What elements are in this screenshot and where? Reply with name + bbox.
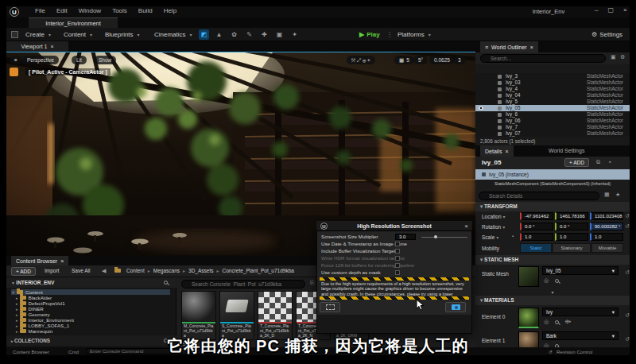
save-filter-icon[interactable]: ⎘	[310, 280, 315, 286]
fracture-mode-icon[interactable]: ✚	[259, 29, 270, 40]
pilot-camera-icon[interactable]	[10, 68, 18, 76]
menu-tools[interactable]: Tools	[112, 7, 127, 14]
browse-to-asset-icon[interactable]: ◎	[544, 319, 549, 325]
back-icon[interactable]: ◀	[102, 268, 106, 274]
close-icon[interactable]: ×	[464, 223, 468, 230]
sources-header[interactable]: ▼ INTERIOR_ENV	[6, 277, 176, 288]
outliner-row[interactable]: Ivy_3StaticMeshActor	[475, 73, 630, 79]
scale-snap-toggle[interactable]: 0.0625	[429, 56, 455, 64]
brush-edit-mode-icon[interactable]: ▣	[274, 29, 285, 40]
materials-section[interactable]: MATERIALS	[475, 296, 630, 305]
static-mesh-combo[interactable]: Ivy_05▾	[542, 266, 619, 275]
folder-row[interactable]: ▸Interior_Environment	[16, 317, 74, 323]
rotation-label[interactable]: Rotation	[482, 224, 505, 230]
add-component-button[interactable]: + ADD	[564, 158, 589, 167]
component-row[interactable]: StaticMeshComponent (StaticMeshComponent…	[494, 181, 611, 186]
find-in-browser-icon[interactable]	[555, 279, 559, 283]
foliage-mode-icon[interactable]: ✿	[229, 29, 239, 40]
cb-add-button[interactable]: + ADD	[11, 267, 36, 276]
details-search-input[interactable]	[479, 192, 599, 200]
content-button[interactable]: Content	[64, 31, 92, 38]
crumb-megascans[interactable]: Megascans	[153, 268, 180, 273]
reset-mesh-icon[interactable]: ↺	[625, 269, 630, 276]
cinematics-button[interactable]: Cinematics	[154, 31, 192, 38]
scroll-chevron-icon[interactable]: ▾	[475, 289, 630, 295]
mobility-stationary[interactable]: Stationary	[553, 243, 591, 253]
mesh-paint-mode-icon[interactable]: ✎	[244, 29, 254, 40]
location-x-field[interactable]: -47.961462	[520, 212, 553, 220]
folder-row[interactable]: ▸DefectPropsVol1	[16, 300, 65, 306]
new-folder-icon[interactable]: ▣	[611, 54, 616, 60]
outliner-row[interactable]: Ivy_04StaticMeshActor	[475, 92, 630, 99]
reset-element0-icon[interactable]: ↺	[625, 312, 630, 319]
mobility-movable[interactable]: Movable	[591, 243, 623, 253]
outliner-row[interactable]: Ivy_4StaticMeshActor	[475, 86, 630, 92]
crumb-3dassets[interactable]: 3D_Assets	[188, 268, 213, 273]
element0-thumbnail[interactable]	[518, 308, 539, 328]
outliner-settings-icon[interactable]: ⚙	[620, 54, 625, 60]
eye-icon[interactable]	[479, 106, 483, 110]
location-y-field[interactable]: 1461.78166	[555, 212, 588, 220]
outliner-row[interactable]: Ivy_06StaticMeshActor	[475, 118, 630, 124]
static-mesh-thumbnail[interactable]	[518, 266, 539, 287]
world-settings-tab[interactable]: World Settings	[549, 148, 584, 153]
outliner-row[interactable]: Ivy_5StaticMeshActor	[475, 99, 630, 105]
find-in-browser-icon[interactable]	[555, 320, 559, 324]
outliner-row[interactable]: Ivy_03StaticMeshActor	[475, 79, 630, 86]
menu-window[interactable]: Window	[79, 7, 101, 14]
capture-region-button[interactable]	[320, 302, 340, 312]
favorites-star-icon[interactable]: ★	[615, 192, 620, 198]
capture-button[interactable]	[445, 302, 466, 312]
rotation-z-field[interactable]: 90.000282 °	[590, 223, 623, 230]
maximize-icon[interactable]: ▢	[607, 6, 614, 14]
close-icon[interactable]: ×	[50, 44, 53, 49]
play-button[interactable]: ▶ Play	[359, 31, 380, 38]
perspective-dropdown[interactable]: Perspective	[22, 56, 59, 64]
scale-label[interactable]: Scale	[482, 234, 498, 240]
lit-dropdown[interactable]: Lit	[72, 56, 87, 64]
viewport-tab[interactable]: Viewport 1×	[6, 41, 68, 52]
material-options-icon[interactable]: ⟴	[564, 319, 571, 325]
expand-icon[interactable]: ⧉	[596, 159, 600, 165]
landscape-mode-icon[interactable]: ▲	[214, 29, 224, 40]
close-icon[interactable]: ×	[623, 6, 627, 14]
outliner-tab[interactable]: ≡World Outliner×	[480, 41, 538, 52]
menu-build[interactable]: Build	[138, 7, 153, 14]
outliner-search-input[interactable]	[480, 54, 606, 63]
cb-search-input[interactable]	[181, 280, 305, 288]
platforms-button[interactable]: Platforms	[398, 31, 431, 38]
minimize-icon[interactable]: –	[595, 6, 598, 14]
close-icon[interactable]: ×	[530, 45, 533, 50]
camera-speed[interactable]: 3	[453, 56, 466, 64]
close-icon[interactable]: ×	[505, 149, 508, 154]
transform-tools[interactable]: ⤧ ⤢ ⊕ ⌖	[347, 56, 375, 64]
viewport-menu-icon[interactable]: ≡	[10, 56, 22, 64]
date-timestamp-checkbox[interactable]	[395, 242, 400, 246]
lock-icon[interactable]: ▪	[609, 159, 611, 165]
select-mode-icon[interactable]: ◩	[199, 29, 209, 40]
close-icon[interactable]: ×	[60, 258, 64, 264]
blueprints-button[interactable]: Blueprints	[105, 31, 140, 38]
rotation-snap-toggle[interactable]: 5°	[413, 56, 428, 64]
content-browser-tab[interactable]: Content Browser×	[11, 256, 68, 265]
details-tab[interactable]: Details×	[480, 145, 514, 157]
outliner-row[interactable]: Ivy_6StaticMeshActor	[475, 111, 630, 118]
play-options-kebab-icon[interactable]: ⋮	[386, 31, 393, 38]
create-button[interactable]: Create	[25, 31, 51, 38]
asset-tile-static-mesh[interactable]: S_Concrete_Plant_Pot_u71d9kba	[219, 291, 254, 340]
outliner-row[interactable]: Ivy_7StaticMeshActor	[475, 124, 630, 130]
scale-x-field[interactable]: 1.0	[520, 233, 553, 241]
location-z-field[interactable]: 1101.023408	[590, 212, 623, 220]
save-all-button[interactable]: Save All	[72, 268, 91, 273]
reset-location-icon[interactable]: ↺	[625, 213, 630, 219]
buffer-targets-checkbox[interactable]	[395, 249, 400, 254]
outliner-row-selected[interactable]: Ivy_05StaticMeshActor	[475, 105, 630, 111]
folder-row[interactable]: ▸Mannequin	[16, 328, 52, 334]
show-dropdown[interactable]: Show	[94, 56, 116, 64]
scale-y-field[interactable]: 1.0	[555, 233, 588, 241]
transform-section[interactable]: TRANSFORM	[475, 202, 630, 211]
settings-button[interactable]: ⚙ Settings	[591, 31, 622, 38]
animation-mode-icon[interactable]: ✦	[289, 29, 300, 40]
location-label[interactable]: Location	[482, 214, 506, 219]
import-button[interactable]: Import	[45, 268, 59, 273]
